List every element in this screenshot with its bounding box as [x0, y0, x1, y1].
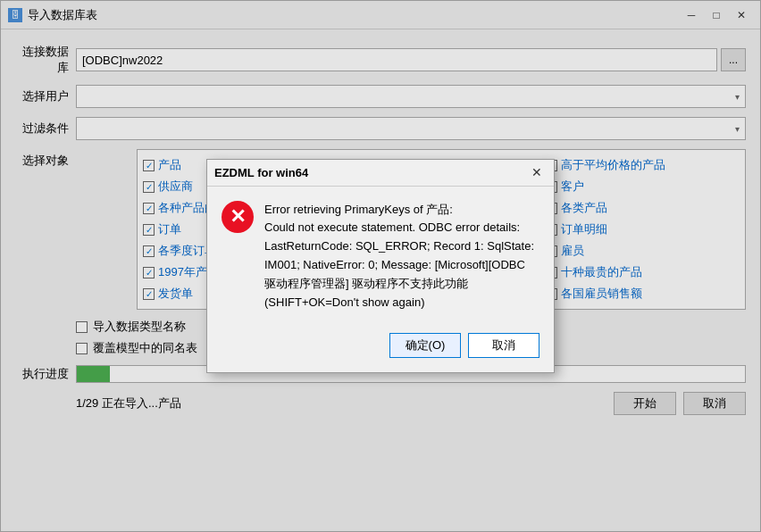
message-line5: 驱动程序管理器] 驱动程序不支持此功能 [264, 277, 468, 290]
dialog-title: EZDML for win64 [214, 166, 308, 179]
dialog-title-bar: EZDML for win64 ✕ [207, 160, 554, 187]
dialog-message: Error retrieving PrimaryKeys of 产品: Coul… [264, 201, 539, 312]
dialog-overlay: EZDML for win64 ✕ ✕ Error retrieving Pri… [1, 1, 760, 531]
dialog-ok-button[interactable]: 确定(O) [389, 333, 461, 358]
message-line1: Error retrieving PrimaryKeys of 产品: [264, 203, 453, 216]
message-line6: (SHIFT+OK=Don't show again) [264, 295, 425, 309]
dialog-footer: 确定(O) 取消 [207, 326, 554, 372]
error-icon-container: ✕ [222, 201, 254, 233]
message-line3: LastReturnCode: SQL_ERROR; Record 1: Sql… [264, 239, 534, 253]
error-dialog: EZDML for win64 ✕ ✕ Error retrieving Pri… [206, 159, 555, 374]
main-window: 🗄 导入数据库表 ─ □ ✕ 连接数据库 [ODBC]nw2022 ... 选择… [0, 0, 761, 532]
error-icon: ✕ [222, 201, 254, 233]
dialog-body: ✕ Error retrieving PrimaryKeys of 产品: Co… [207, 187, 554, 327]
message-line4: IM001; NativeError: 0; Message: [Microso… [264, 258, 525, 271]
dialog-cancel-button[interactable]: 取消 [468, 333, 539, 358]
message-line2: Could not execute statement. ODBC error … [264, 220, 520, 234]
dialog-close-button[interactable]: ✕ [527, 162, 547, 182]
